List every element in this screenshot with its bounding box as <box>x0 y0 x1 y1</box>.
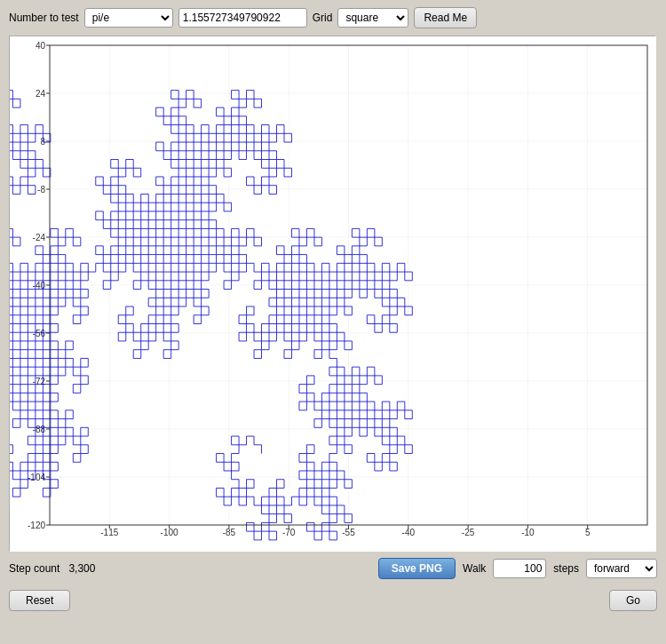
go-button[interactable]: Go <box>609 590 657 611</box>
direction-select[interactable]: forwardbackward <box>586 559 657 578</box>
bottom-bar: Step count 3,300 Save PNG Walk steps for… <box>0 551 666 586</box>
step-count-label: Step count <box>9 562 59 575</box>
toolbar: Number to test pi/epiephisqrt2custom Gri… <box>0 0 666 36</box>
save-png-button[interactable]: Save PNG <box>378 558 456 579</box>
number-value-input[interactable] <box>178 8 307 28</box>
grid-select[interactable]: squarehextriangle <box>337 8 408 28</box>
chart-area <box>9 36 655 551</box>
bottom-buttons: Reset Go <box>0 586 666 618</box>
steps-label: steps <box>553 562 579 575</box>
grid-label: Grid <box>313 12 333 24</box>
number-select[interactable]: pi/epiephisqrt2custom <box>84 8 173 28</box>
number-to-test-label: Number to test <box>9 12 79 24</box>
step-count: Step count 3,300 <box>9 562 95 575</box>
step-count-value: 3,300 <box>68 562 95 575</box>
reset-button[interactable]: Reset <box>9 590 70 611</box>
walk-label: Walk <box>463 562 486 575</box>
fractal-canvas <box>10 36 656 552</box>
walk-input[interactable] <box>493 559 546 578</box>
read-me-button[interactable]: Read Me <box>414 7 477 28</box>
